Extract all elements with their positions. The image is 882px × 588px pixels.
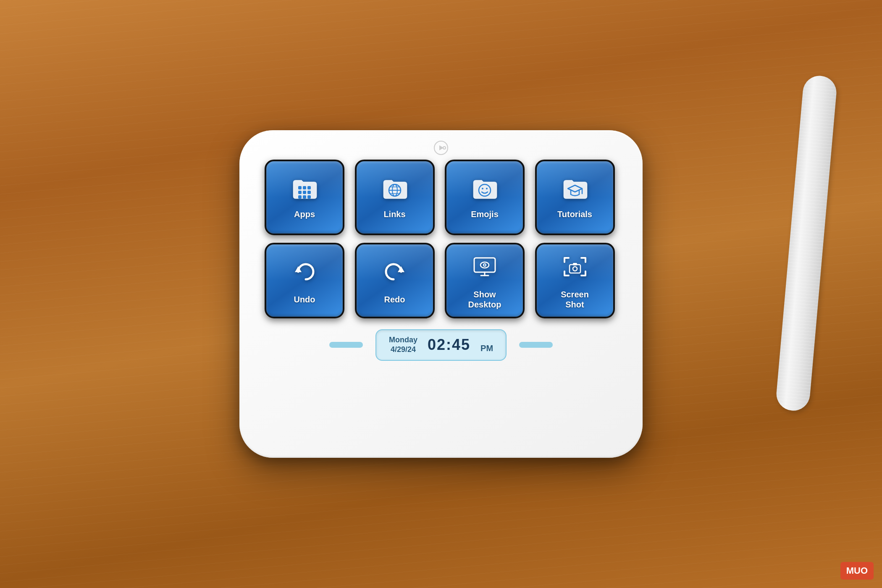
- clock-display: Monday 4/29/24 02:45 PM: [375, 329, 507, 361]
- links-icon: [380, 176, 410, 206]
- undo-button[interactable]: Undo: [265, 243, 344, 318]
- svg-rect-2: [298, 186, 302, 189]
- button-grid: Apps Links: [265, 160, 617, 318]
- svg-rect-31: [573, 263, 577, 265]
- left-indicator[interactable]: [329, 342, 363, 348]
- svg-rect-3: [303, 186, 306, 189]
- redo-button[interactable]: Redo: [355, 243, 435, 318]
- bottom-bar: Monday 4/29/24 02:45 PM: [265, 329, 617, 361]
- apps-button[interactable]: Apps: [265, 160, 344, 235]
- screenshot-icon: [560, 252, 590, 286]
- svg-point-17: [482, 188, 483, 189]
- svg-point-1: [443, 147, 446, 149]
- tutorials-button[interactable]: Tutorials: [535, 160, 615, 235]
- emojis-label: Emojis: [471, 209, 499, 219]
- show-desktop-label: Show Desktop: [468, 289, 501, 310]
- device-logo: [433, 139, 449, 156]
- right-indicator[interactable]: [519, 342, 553, 348]
- svg-rect-10: [307, 195, 311, 199]
- svg-rect-9: [303, 195, 306, 199]
- links-label: Links: [383, 209, 405, 219]
- svg-rect-8: [298, 195, 302, 199]
- tutorials-icon: [560, 176, 590, 206]
- clock-date: Monday 4/29/24: [389, 335, 417, 355]
- screenshot-label: Screen Shot: [561, 289, 589, 310]
- undo-icon: [290, 257, 319, 291]
- svg-rect-7: [307, 191, 311, 194]
- clock-time: 02:45: [428, 336, 470, 354]
- muo-watermark: MUO: [840, 562, 874, 580]
- undo-label: Undo: [294, 294, 315, 304]
- emojis-button[interactable]: Emojis: [445, 160, 525, 235]
- show-desktop-button[interactable]: Show Desktop: [445, 243, 525, 318]
- svg-point-30: [573, 267, 577, 271]
- clock-ampm: PM: [480, 344, 493, 353]
- links-button[interactable]: Links: [355, 160, 435, 235]
- apps-label: Apps: [294, 209, 315, 219]
- stream-deck-device: Apps Links: [239, 130, 643, 458]
- redo-label: Redo: [384, 294, 405, 304]
- svg-point-26: [484, 264, 486, 266]
- apps-icon: [290, 176, 319, 206]
- emojis-icon: [470, 176, 499, 206]
- screenshot-button[interactable]: Screen Shot: [535, 243, 615, 318]
- svg-point-18: [486, 188, 488, 189]
- tutorials-label: Tutorials: [557, 209, 592, 219]
- svg-rect-5: [298, 191, 302, 194]
- show-desktop-icon: [470, 252, 499, 286]
- svg-rect-6: [303, 191, 306, 194]
- svg-rect-29: [570, 265, 580, 273]
- svg-rect-4: [307, 186, 311, 189]
- redo-icon: [380, 257, 410, 291]
